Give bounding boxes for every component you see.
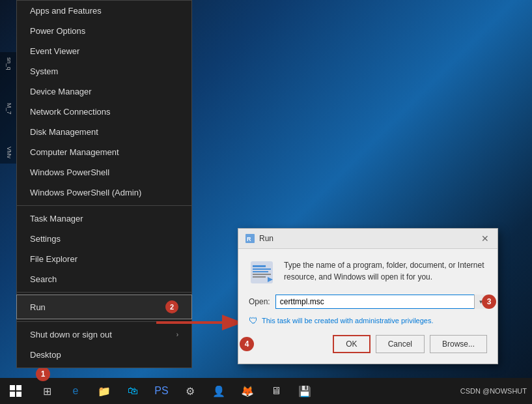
sidebar-label-1: sn_q bbox=[6, 57, 12, 70]
menu-item-label-computer-management: Computer Management bbox=[30, 147, 119, 157]
menu-item-desktop[interactable]: Desktop bbox=[17, 345, 191, 365]
menu-item-label-device-manager: Device Manager bbox=[30, 87, 92, 96]
menu-item-file-explorer[interactable]: File Explorer bbox=[17, 249, 191, 269]
menu-item-label-shut-down: Shut down or sign out bbox=[30, 330, 112, 339]
dialog-title-left: R Run bbox=[245, 233, 273, 244]
dialog-close-button[interactable]: ✕ bbox=[479, 233, 491, 244]
firefox-icon[interactable]: 🦊 bbox=[234, 378, 260, 404]
menu-item-computer-management[interactable]: Computer Management bbox=[17, 142, 191, 162]
input-wrapper: ▼ 3 bbox=[275, 295, 487, 309]
sidebar-label-2: M_7 bbox=[6, 103, 12, 115]
menu-item-label-file-explorer: File Explorer bbox=[30, 254, 77, 264]
taskbar: 1 ⊞ e 📁 🛍 PS ⚙ 👤 🦊 🖥 💾 CSDN @NOWSHUT bbox=[0, 378, 532, 404]
settings-icon[interactable]: ⚙ bbox=[177, 378, 203, 404]
powershell-icon[interactable]: PS bbox=[148, 378, 175, 404]
task-view-icon[interactable]: ⊞ bbox=[34, 378, 60, 404]
menu-item-disk-management[interactable]: Disk Management bbox=[17, 122, 191, 142]
menu-item-label-task-manager: Task Manager bbox=[30, 214, 83, 224]
menu-item-windows-powershell[interactable]: Windows PowerShell bbox=[17, 162, 191, 182]
dialog-description: Type the name of a program, folder, docu… bbox=[284, 259, 487, 285]
menu-item-label-desktop: Desktop bbox=[30, 350, 61, 360]
sidebar-label-3: VMv bbox=[6, 147, 12, 158]
run-input[interactable] bbox=[275, 295, 487, 309]
svg-rect-9 bbox=[253, 276, 266, 278]
dialog-open-row: Open: ▼ 3 bbox=[249, 295, 487, 309]
menu-item-network-connections[interactable]: Network Connections bbox=[17, 102, 191, 122]
menu-divider bbox=[17, 321, 191, 322]
step-badge-1: 1 bbox=[36, 367, 50, 381]
windows-logo-icon bbox=[10, 385, 21, 397]
svg-text:R: R bbox=[247, 236, 251, 242]
svg-rect-5 bbox=[253, 265, 266, 267]
shield-text: This task will be created with administr… bbox=[262, 317, 434, 325]
menu-item-system[interactable]: System bbox=[17, 61, 191, 81]
network-icon[interactable]: 🖥 bbox=[263, 378, 289, 404]
shield-row: 🛡 This task will be created with adminis… bbox=[249, 315, 487, 326]
menu-item-label-power-options: Power Options bbox=[30, 26, 85, 36]
people-icon[interactable]: 👤 bbox=[206, 378, 232, 404]
run-dialog-icon bbox=[249, 260, 274, 285]
run-icon bbox=[249, 259, 275, 285]
folder-icon[interactable]: 📁 bbox=[91, 378, 117, 404]
step-badge-4: 4 bbox=[240, 337, 254, 351]
dialog-top: Type the name of a program, folder, docu… bbox=[249, 259, 487, 285]
menu-item-search[interactable]: Search bbox=[17, 269, 191, 289]
svg-rect-6 bbox=[253, 268, 271, 270]
menu-divider bbox=[17, 205, 191, 206]
context-menu: Apps and FeaturesPower OptionsEvent View… bbox=[16, 0, 192, 368]
dialog-titlebar: R Run ✕ bbox=[238, 229, 497, 249]
store-icon[interactable]: 🛍 bbox=[120, 378, 146, 404]
menu-item-label-settings: Settings bbox=[30, 234, 61, 244]
menu-item-label-disk-management: Disk Management bbox=[30, 127, 98, 137]
cancel-button[interactable]: Cancel bbox=[376, 335, 425, 353]
browse-button[interactable]: Browse... bbox=[430, 335, 487, 353]
menu-item-windows-powershell-admin[interactable]: Windows PowerShell (Admin) bbox=[17, 182, 191, 203]
dialog-title-text: Run bbox=[259, 234, 273, 243]
taskbar-tray: CSDN @NOWSHUT bbox=[460, 387, 527, 395]
dialog-buttons: 4 OK Cancel Browse... bbox=[249, 335, 487, 353]
menu-item-label-apps-features: Apps and Features bbox=[30, 6, 102, 16]
run-title-icon: R bbox=[245, 233, 255, 244]
step-badge-3: 3 bbox=[482, 295, 496, 309]
menu-item-label-search: Search bbox=[30, 274, 57, 284]
menu-item-apps-features[interactable]: Apps and Features bbox=[17, 1, 191, 21]
ie-icon[interactable]: e bbox=[63, 378, 89, 404]
shield-icon: 🛡 bbox=[249, 315, 258, 326]
step-badge-2: 2 bbox=[165, 300, 178, 313]
menu-item-label-system: System bbox=[30, 66, 58, 76]
menu-item-label-network-connections: Network Connections bbox=[30, 107, 111, 117]
dialog-body: Type the name of a program, folder, docu… bbox=[238, 249, 497, 364]
open-label: Open: bbox=[249, 297, 270, 306]
menu-item-settings[interactable]: Settings bbox=[17, 229, 191, 249]
start-button[interactable] bbox=[0, 378, 31, 404]
menu-item-shut-down[interactable]: Shut down or sign out› bbox=[17, 325, 191, 345]
menu-item-label-event-viewer: Event Viewer bbox=[30, 46, 79, 56]
sidebar: sn_q M_7 VMv bbox=[0, 52, 18, 164]
menu-item-label-windows-powershell: Windows PowerShell bbox=[30, 167, 109, 177]
menu-item-label-run: Run bbox=[30, 302, 46, 312]
menu-item-device-manager[interactable]: Device Manager bbox=[17, 81, 191, 102]
ok-button[interactable]: OK bbox=[333, 335, 370, 353]
menu-item-event-viewer[interactable]: Event Viewer bbox=[17, 41, 191, 61]
submenu-arrow-shut-down: › bbox=[176, 331, 178, 338]
svg-rect-8 bbox=[253, 274, 271, 275]
menu-divider bbox=[17, 292, 191, 293]
backup-icon[interactable]: 💾 bbox=[292, 378, 318, 404]
menu-item-run[interactable]: Run2 bbox=[17, 295, 191, 319]
svg-rect-7 bbox=[253, 271, 268, 272]
run-dialog: R Run ✕ Type the name of a program, fold… bbox=[238, 228, 498, 364]
menu-item-label-windows-powershell-admin: Windows PowerShell (Admin) bbox=[30, 188, 141, 197]
menu-item-task-manager[interactable]: Task Manager bbox=[17, 209, 191, 229]
menu-item-power-options[interactable]: Power Options bbox=[17, 21, 191, 41]
taskbar-icons: ⊞ e 📁 🛍 PS ⚙ 👤 🦊 🖥 💾 bbox=[31, 378, 320, 404]
